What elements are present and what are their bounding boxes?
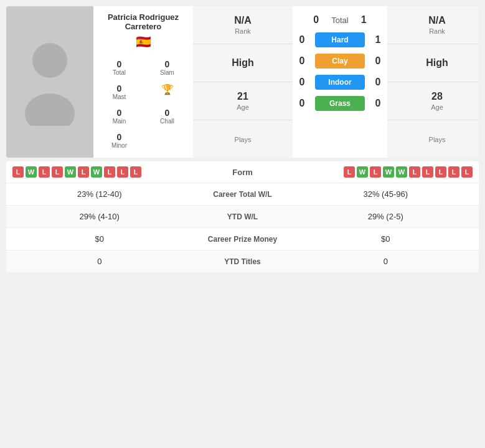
right-age-block: 28 Age [387,82,479,120]
stat-center-1: YTD W/L [181,212,305,221]
right-detail-panel: N/A Rank High 28 Age Plays [387,6,479,158]
surface-grass-row: 0 Grass 0 [293,96,387,111]
form-pill-l: L [422,166,433,178]
left-player-photo [6,6,93,158]
form-pill-l: L [52,166,63,178]
left-stat-slam: 0 Slam [144,57,190,79]
clay-badge: Clay [315,54,365,69]
form-pill-l: L [117,166,128,178]
surface-hard-row: 0 Hard 1 [293,32,387,47]
left-player-info: Patricia Rodriguez Carretero 🇪🇸 0 Total … [93,6,193,158]
left-high-block: High [193,44,293,82]
stat-left-3: 0 [19,257,181,266]
form-pill-l: L [370,166,381,178]
bottom-section: LWLLWLWLLL Form LWLWWLLLLL 23% (12-40) C… [6,161,479,273]
form-pill-l: L [344,166,355,178]
form-pill-l: L [409,166,420,178]
form-pill-w: W [396,166,407,178]
svg-point-1 [25,93,75,126]
form-pill-l: L [448,166,459,178]
stat-right-3: 0 [305,257,467,266]
surface-clay-row: 0 Clay 0 [293,54,387,69]
left-stat-minor: 0 Minor [97,130,142,151]
left-plays-block: Plays [193,120,293,158]
stat-right-1: 29% (2-5) [305,212,467,221]
right-high-block: High [387,44,479,82]
left-player-name: Patricia Rodriguez Carretero [97,12,190,31]
form-pill-w: W [383,166,394,178]
left-trophy-icon: 🏆 [144,81,190,103]
form-pill-w: W [26,166,37,178]
stat-left-0: 23% (12-40) [19,189,181,199]
surface-total-row: 0 Total 1 [313,14,366,26]
left-stat-mast: 0 Mast [97,81,142,103]
form-pill-w: W [65,166,76,178]
form-pill-l: L [130,166,141,178]
left-stat-total: 0 Total [97,57,142,79]
top-section: Patricia Rodriguez Carretero 🇪🇸 0 Total … [6,6,479,158]
left-form-pills: LWLLWLWLLL [12,166,205,178]
right-plays-block: Plays [387,120,479,158]
form-row: LWLLWLWLLL Form LWLWWLLLLL [6,161,479,183]
surface-indoor-row: 0 Indoor 0 [293,75,387,90]
form-pill-l: L [435,166,446,178]
right-rank-block: N/A Rank [387,6,479,44]
stat-center-3: YTD Titles [181,257,305,266]
stat-right-0: 32% (45-96) [305,189,467,199]
grass-badge: Grass [315,96,365,111]
left-stat-chall: 0 Chall [144,105,190,127]
right-form-pills: LWLWWLLLLL [280,166,473,178]
form-pill-l: L [12,166,24,178]
left-stat-main: 0 Main [97,105,142,127]
stat-rows-container: 23% (12-40) Career Total W/L 32% (45-96)… [6,183,479,273]
main-container: Patricia Rodriguez Carretero 🇪🇸 0 Total … [0,0,485,279]
form-pill-l: L [104,166,115,178]
left-detail-panel: N/A Rank High 21 Age Plays [193,6,293,158]
stat-left-1: 29% (4-10) [19,212,181,221]
form-pill-w: W [357,166,368,178]
stat-right-2: $0 [305,234,467,244]
form-label: Form [205,168,280,177]
left-player-stats: 0 Total 0 Slam 0 Mast 🏆 0 Main [97,57,190,151]
hard-badge: Hard [315,32,365,47]
stat-center-0: Career Total W/L [181,190,305,199]
left-rank-block: N/A Rank [193,6,293,44]
form-pill-l: L [78,166,89,178]
stat-row-0: 23% (12-40) Career Total W/L 32% (45-96) [6,183,479,206]
left-player-flag: 🇪🇸 [136,34,151,49]
form-pill-l: L [39,166,50,178]
stat-center-2: Career Prize Money [181,235,305,244]
left-age-block: 21 Age [193,82,293,120]
stat-row-2: $0 Career Prize Money $0 [6,228,479,250]
form-pill-w: W [91,166,102,178]
stat-left-2: $0 [19,234,181,244]
svg-point-0 [32,43,67,78]
indoor-badge: Indoor [315,75,365,90]
form-pill-l: L [461,166,473,178]
stat-row-1: 29% (4-10) YTD W/L 29% (2-5) [6,206,479,228]
stat-row-3: 0 YTD Titles 0 [6,250,479,273]
surface-table: 0 Total 1 0 Hard 1 0 Clay 0 [293,6,387,158]
